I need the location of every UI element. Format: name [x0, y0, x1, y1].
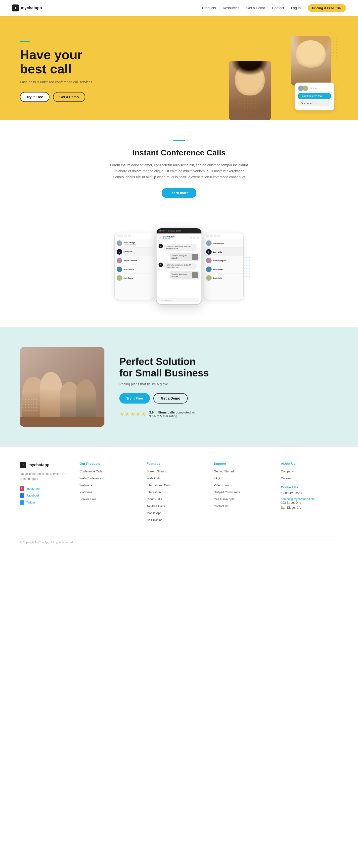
chat-message-2: Of course!: [298, 100, 331, 106]
hero-try-free-button[interactable]: Try it Free: [20, 92, 50, 102]
footer-link-faq[interactable]: FAQ: [214, 477, 220, 480]
footer-link-tollfree[interactable]: Toll-free Calls: [147, 504, 165, 508]
footer-link-web-audio[interactable]: Web Audio: [147, 477, 161, 480]
footer: ✦ mychatapp Not all conference call serv…: [0, 446, 358, 551]
footer-logo-icon: ✦: [20, 462, 26, 468]
footer-address2: San Diego, CA: [281, 506, 338, 509]
footer-support-title: Support: [214, 462, 271, 465]
hero-title: Have your best call: [20, 48, 92, 76]
hero-visuals: document.write(Array(80).fill('<div styl…: [224, 36, 338, 120]
hero-photo-woman1: [229, 61, 271, 120]
footer-link-conference-calls[interactable]: Conference Calls: [79, 470, 102, 473]
footer-link-intl-calls[interactable]: International Calls: [147, 484, 170, 487]
nav-links: Products Resources Get a Demo Contact Lo…: [202, 4, 346, 12]
phone-chat-row-3: Harold Simpson: [115, 256, 154, 265]
footer-top: ✦ mychatapp Not all conference call serv…: [20, 462, 338, 525]
chat-avatar2: [302, 86, 308, 91]
hero-photo-woman2: [291, 36, 331, 86]
learn-more-button[interactable]: Learn more: [162, 188, 196, 198]
stars-rating: ★★★★★ 3.9 millions calls completed with …: [119, 410, 338, 418]
phone-main-header: Sketch ☞ 9:41 AM 100%: [157, 228, 202, 234]
nav-logo[interactable]: ✦ mychatapp: [12, 4, 42, 11]
footer-social: ig Instagram f Facebook t Twitter: [20, 486, 70, 505]
chat-typing-indicator: [298, 86, 331, 91]
nav-resources[interactable]: Resources: [223, 6, 239, 10]
footer-link-screen-sharing[interactable]: Screen Sharing: [147, 470, 167, 473]
phone-mockup-section: Diana GeorgeThank for sharing... L Larry…: [0, 218, 358, 327]
business-subtitle: Pricing plans that fit like a glove.: [119, 382, 338, 386]
hero-chat-bubble: I can't beleive that! Of course!: [295, 83, 334, 111]
phone-right: Diana George L Larry Little Harold Simps…: [204, 233, 243, 300]
phone-chat-messages: L Hello mate, where is my Sketch it? Ple…: [157, 242, 202, 283]
footer-phone: 1-800-123-4567: [281, 492, 338, 495]
footer-link-web-conferencing[interactable]: Web Conferencing: [79, 477, 104, 480]
footer-email[interactable]: contact@mychatapp.com: [281, 497, 315, 501]
conference-accent-line: [173, 140, 185, 141]
nav-pricing-cta[interactable]: Pricing & Free Trial: [308, 4, 346, 12]
navigation: ✦ mychatapp Products Resources Get a Dem…: [0, 0, 358, 16]
footer-link-contact-us[interactable]: Contact Us: [214, 504, 228, 508]
logo-text: mychatapp: [21, 6, 42, 10]
social-facebook-link[interactable]: f Facebook: [20, 493, 70, 498]
footer-bottom: © Copyright MyChatApp. All rights reserv…: [20, 536, 338, 544]
social-twitter-label: Twitter: [26, 501, 35, 504]
social-instagram-label: Instagram: [26, 487, 39, 490]
phone-chat-row-2: L Larry LittleThank for sharing...: [115, 248, 154, 256]
footer-link-mobile-app[interactable]: Mobile App: [147, 512, 161, 515]
footer-link-company[interactable]: Company: [281, 470, 294, 473]
footer-link-dialpad[interactable]: Dialpad Commands: [214, 491, 240, 494]
phone-chat-row-1: Diana GeorgeThank for sharing...: [115, 239, 154, 248]
footer-link-integration[interactable]: Integration: [147, 491, 161, 494]
rating-text: 3.9 millions calls completed with 97% of…: [149, 410, 197, 418]
phone-input-bar[interactable]: Type something... +: [159, 298, 200, 302]
hero-accent-bar: [20, 41, 30, 42]
nav-products[interactable]: Products: [202, 6, 216, 10]
footer-logo-text: mychatapp: [28, 463, 49, 467]
footer-about-title: About Us: [281, 462, 338, 465]
typing-dots: [311, 88, 317, 89]
nav-login[interactable]: Log In: [291, 6, 301, 10]
footer-features-title: Features: [147, 462, 204, 465]
conference-body: Lorem ipsum dolor sit amet, consectetur …: [109, 162, 249, 180]
business-demo-button[interactable]: Get a Demo: [153, 393, 188, 404]
phone-main-status: Available: [163, 238, 175, 240]
footer-about-list: Company Careers: [281, 469, 338, 480]
footer-link-platforms[interactable]: Platforms: [79, 491, 92, 494]
nav-get-demo[interactable]: Get a Demo: [247, 6, 265, 10]
footer-link-call-tracing[interactable]: Call Tracing: [147, 519, 162, 522]
hero-demo-button[interactable]: Get a Demo: [53, 92, 85, 102]
footer-link-careers[interactable]: Careers: [281, 477, 292, 480]
conference-section: Instant Conference Calls Lorem ipsum dol…: [0, 120, 358, 218]
logo-icon: ✦: [12, 4, 19, 11]
footer-link-cloud-calls[interactable]: Cloud Calls: [147, 498, 162, 501]
phone-stack: Diana GeorgeThank for sharing... L Larry…: [115, 228, 243, 307]
phone-left-rows: Diana GeorgeThank for sharing... L Larry…: [115, 239, 154, 282]
chat-message-1: I can't beleive that!: [298, 93, 331, 99]
business-try-free-button[interactable]: Try it Free: [119, 393, 150, 404]
hero-content: Have your best call Fast, easy & unlimit…: [20, 36, 92, 102]
business-photo: document.write(Array(30).fill('<div styl…: [20, 347, 104, 427]
footer-link-getting-started[interactable]: Getting Started: [214, 470, 234, 473]
footer-contact: Contact Us 1-800-123-4567 contact@mychat…: [281, 485, 338, 509]
dots-pattern-bottom: document.write(Array(42).fill('<div styl…: [239, 95, 257, 111]
footer-logo: ✦ mychatapp: [20, 462, 70, 468]
nav-contact[interactable]: Contact: [272, 6, 284, 10]
hero-section: Have your best call Fast, easy & unlimit…: [0, 16, 358, 120]
social-twitter-link[interactable]: t Twitter: [20, 500, 70, 505]
phone-left: Diana GeorgeThank for sharing... L Larry…: [115, 233, 154, 300]
phone-main-username: Larry Little: [163, 236, 175, 238]
footer-link-video-tours[interactable]: Video Tours: [214, 484, 229, 487]
hero-buttons: Try it Free Get a Demo: [20, 92, 92, 102]
hero-subtitle: Fast, easy & unlimited conference call s…: [20, 80, 92, 84]
footer-link-call-transcripts[interactable]: Call Transcripts: [214, 498, 234, 501]
social-instagram-link[interactable]: ig Instagram: [20, 486, 70, 491]
phone-main-name-bar: Larry Little Available: [157, 234, 202, 242]
star-icons: ★★★★★: [119, 411, 147, 417]
business-section: document.write(Array(30).fill('<div styl…: [0, 327, 358, 446]
footer-link-webinars[interactable]: Webinars: [79, 484, 92, 487]
footer-link-screen-time[interactable]: Screen Time: [79, 498, 96, 501]
twitter-icon: t: [20, 500, 24, 505]
footer-tagline: Not all conference call services are cre…: [20, 472, 70, 481]
phone-left-topbar: [115, 233, 154, 239]
footer-col-about: About Us Company Careers Contact Us 1-80…: [281, 462, 338, 525]
